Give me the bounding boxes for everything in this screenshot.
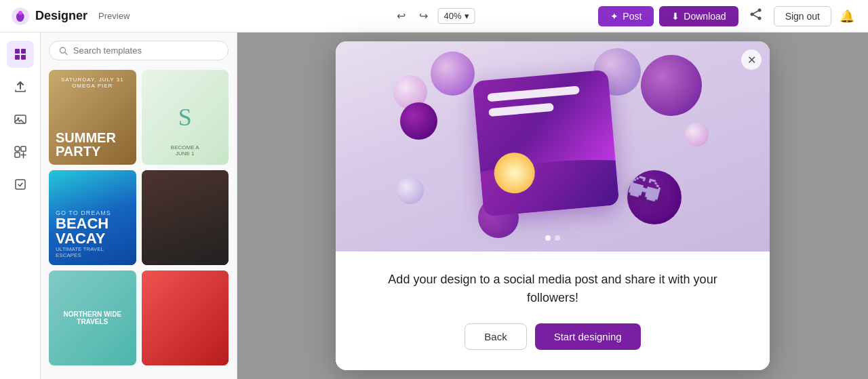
header-center-controls: ↩ ↪ 40% ▾ (393, 7, 475, 25)
zoom-value: 40% (443, 11, 461, 21)
design-card (473, 70, 620, 217)
modal-image-area: 🕶 ✕ (336, 41, 770, 252)
sphere-5 (400, 102, 437, 140)
left-sidebar (0, 33, 41, 379)
card-2-text: S (178, 103, 192, 132)
share-button[interactable] (744, 5, 768, 27)
modal-title: Add your design to a social media post a… (363, 271, 743, 307)
post-button[interactable]: ✦ Post (598, 6, 654, 26)
svg-rect-11 (15, 115, 26, 123)
search-bar[interactable] (49, 41, 229, 60)
sidebar-item-tasks[interactable] (7, 171, 34, 198)
svg-rect-15 (15, 153, 20, 157)
back-button[interactable]: Back (465, 323, 526, 350)
sphere-6 (685, 123, 709, 146)
search-icon (59, 46, 68, 56)
template-card-1[interactable]: SATURDAY, JULY 31OMEGA PIER SUMMERPARTY (49, 70, 136, 165)
modal-illustration: 🕶 (390, 48, 715, 245)
modal-close-button[interactable]: ✕ (741, 49, 762, 70)
svg-rect-9 (15, 55, 20, 60)
svg-line-6 (752, 14, 760, 18)
search-input[interactable] (73, 45, 218, 56)
modal-overlay: 🕶 ✕ Add your design to a social media po… (237, 33, 868, 379)
template-card-5[interactable]: NORTHERN WIDE TRAVELS (49, 271, 136, 365)
modal-body: Add your design to a social media post a… (336, 252, 770, 370)
undo-button[interactable]: ↩ (393, 7, 410, 25)
design-card-bar-1 (487, 85, 580, 102)
card-1-date: SATURDAY, JULY 31OMEGA PIER (49, 77, 136, 89)
header-right-controls: ✦ Post ⬇ Download Sign out 🔔 (598, 5, 857, 27)
zoom-control[interactable]: 40% ▾ (437, 8, 475, 24)
download-icon: ⬇ (671, 11, 679, 22)
card-2-subtext: BECOME AJUNE 1 (142, 144, 229, 157)
preview-label: Preview (98, 11, 130, 21)
sidebar-item-elements[interactable] (7, 138, 34, 165)
svg-rect-14 (21, 146, 26, 151)
redo-button[interactable]: ↪ (415, 7, 432, 25)
sidebar-item-upload[interactable] (7, 73, 34, 100)
card-3-text: GO TO DREAMS BEACHVACAY ULTIMATE TRAVEL … (56, 210, 130, 258)
template-grid: SATURDAY, JULY 31OMEGA PIER SUMMERPARTY … (49, 70, 229, 365)
card-5-text: NORTHERN WIDE TRAVELS (49, 311, 136, 325)
sidebar-item-templates[interactable] (7, 41, 34, 68)
sphere-3 (431, 52, 475, 96)
svg-rect-7 (15, 49, 20, 54)
template-card-2[interactable]: S BECOME AJUNE 1 (142, 70, 229, 165)
svg-rect-13 (15, 146, 20, 151)
svg-line-18 (65, 52, 67, 54)
svg-rect-8 (21, 49, 26, 54)
app-logo: Designer Preview (11, 7, 130, 26)
template-card-4[interactable] (142, 170, 229, 265)
modal-dots (545, 235, 560, 241)
canvas-area: 🕶 ✕ Add your design to a social media po… (237, 33, 868, 379)
download-label: Download (684, 11, 726, 22)
svg-rect-10 (21, 55, 26, 60)
app-header: Designer Preview ↩ ↪ 40% ▾ ✦ Post ⬇ Down… (0, 0, 868, 33)
post-label: Post (623, 11, 642, 22)
dot-2 (555, 235, 560, 241)
svg-rect-16 (16, 180, 25, 189)
dot-1 (545, 235, 551, 241)
start-designing-button[interactable]: Start designing (535, 323, 641, 350)
templates-panel: SATURDAY, JULY 31OMEGA PIER SUMMERPARTY … (41, 33, 237, 379)
modal-dialog: 🕶 ✕ Add your design to a social media po… (336, 41, 770, 370)
main-content: SATURDAY, JULY 31OMEGA PIER SUMMERPARTY … (0, 33, 868, 379)
signout-button[interactable]: Sign out (774, 6, 831, 26)
sidebar-item-images[interactable] (7, 106, 34, 133)
sphere-9 (397, 177, 424, 204)
app-name: Designer (35, 9, 87, 23)
template-card-3[interactable]: GO TO DREAMS BEACHVACAY ULTIMATE TRAVEL … (49, 170, 136, 265)
download-button[interactable]: ⬇ Download (659, 6, 738, 26)
svg-point-1 (18, 11, 22, 15)
design-card-bar-2 (488, 103, 554, 117)
notification-bell-button[interactable]: 🔔 (837, 6, 857, 26)
logo-icon (11, 7, 30, 26)
card-1-text: SUMMERPARTY (56, 131, 116, 158)
sphere-2 (641, 55, 702, 116)
svg-line-5 (752, 10, 760, 14)
chevron-down-icon: ▾ (465, 11, 469, 21)
post-icon: ✦ (610, 11, 618, 22)
template-card-6[interactable] (142, 271, 229, 365)
modal-actions: Back Start designing (363, 323, 743, 350)
